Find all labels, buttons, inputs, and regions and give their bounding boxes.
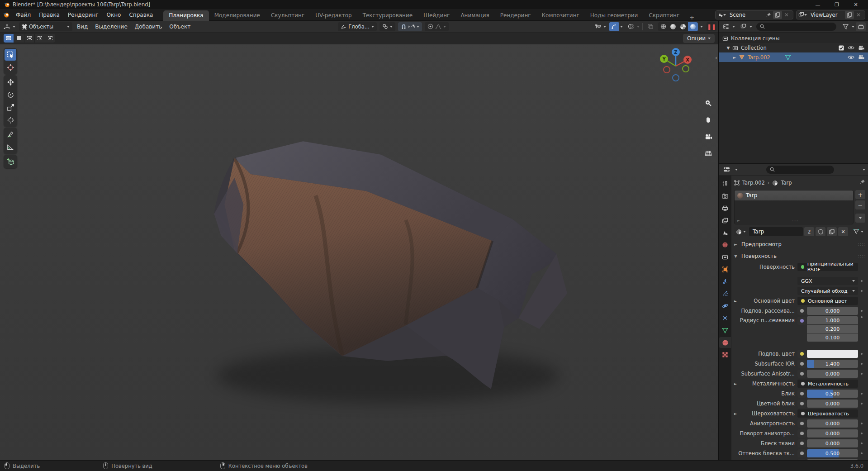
- specular-tint-value[interactable]: 0.000: [807, 400, 858, 408]
- scene-selector[interactable]: Scene ✕: [715, 10, 793, 19]
- tab-tool[interactable]: [719, 178, 731, 189]
- select-menu[interactable]: Выделение: [91, 21, 131, 33]
- select-invert-mode[interactable]: [35, 34, 45, 43]
- surface-shader-button[interactable]: Принципиальный BSDF: [797, 263, 858, 271]
- tab-constraints[interactable]: [719, 313, 731, 324]
- zoom-icon[interactable]: [703, 98, 714, 109]
- tool-annotate[interactable]: [5, 128, 16, 140]
- gizmos-toggle-icon[interactable]: [609, 22, 619, 31]
- tab-modeling[interactable]: Моделирование: [209, 10, 266, 21]
- tool-move[interactable]: [5, 76, 16, 88]
- tab-uv-editing[interactable]: UV-редактор: [310, 10, 357, 21]
- collection-row[interactable]: ▼ Collection: [719, 43, 868, 52]
- slot-expand-icon[interactable]: ►: [737, 219, 740, 223]
- blender-menu-icon[interactable]: [0, 11, 12, 18]
- socket-button[interactable]: [797, 419, 806, 428]
- tab-render[interactable]: [719, 190, 731, 201]
- shading-solid-icon[interactable]: [668, 22, 678, 31]
- mode-selector[interactable]: Объекты: [19, 22, 72, 31]
- panel-surface[interactable]: ▼ Поверхность ::::: [734, 251, 865, 262]
- axis-z[interactable]: Z: [672, 48, 680, 56]
- menu-file[interactable]: Файл: [12, 9, 35, 21]
- show-object-types-icon[interactable]: [593, 22, 602, 31]
- fake-user-shield-icon[interactable]: [816, 227, 825, 236]
- unlink-scene-button[interactable]: ✕: [782, 11, 791, 19]
- sheen-tint-slider[interactable]: 0.500: [807, 449, 858, 457]
- tab-particles[interactable]: [719, 288, 731, 299]
- pin-id-icon[interactable]: [859, 179, 865, 186]
- tool-rotate[interactable]: [5, 89, 16, 100]
- tool-select-box[interactable]: [5, 49, 16, 61]
- sheen-value[interactable]: 0.000: [807, 439, 858, 447]
- maximize-button[interactable]: ❐: [827, 0, 846, 9]
- tab-geometry-nodes[interactable]: Ноды геометрии: [585, 10, 644, 21]
- tab-view-layer[interactable]: [719, 215, 731, 226]
- clearcoat-value[interactable]: 0.000: [807, 459, 858, 460]
- material-slot-active[interactable]: Tarp: [735, 190, 853, 200]
- view-menu[interactable]: Вид: [73, 21, 91, 33]
- tab-shading[interactable]: Шейдинг: [418, 10, 455, 21]
- tab-rendering[interactable]: Рендеринг: [495, 10, 536, 21]
- close-button[interactable]: ✕: [846, 0, 865, 9]
- checkbox-icon[interactable]: [839, 45, 844, 51]
- users-count-button[interactable]: 2: [804, 227, 814, 236]
- object-menu[interactable]: Объект: [166, 21, 194, 33]
- outliner-filter-image-icon[interactable]: [738, 22, 748, 31]
- properties-search-input[interactable]: [766, 166, 834, 174]
- tab-layout[interactable]: Планировка: [163, 10, 209, 21]
- proportional-editing[interactable]: [425, 22, 449, 31]
- scene-collection-row[interactable]: Коллекция сцены: [719, 33, 868, 43]
- socket-button[interactable]: [797, 307, 806, 315]
- tab-texture-paint[interactable]: Текстурирование: [357, 10, 418, 21]
- anisotropic-value[interactable]: 0.000: [807, 419, 858, 428]
- tab-animation[interactable]: Анимация: [455, 10, 494, 21]
- socket-button[interactable]: [797, 360, 806, 368]
- add-slot-button[interactable]: +: [855, 190, 865, 199]
- socket-button[interactable]: [797, 459, 806, 460]
- metallic-node-button[interactable]: Металличность: [797, 380, 858, 388]
- outliner-filter-icon[interactable]: [840, 22, 850, 31]
- breadcrumb-object[interactable]: Tarp.002: [742, 180, 765, 186]
- tab-modifiers[interactable]: [719, 276, 731, 287]
- socket-button[interactable]: [797, 439, 806, 447]
- camera-view-icon[interactable]: [703, 131, 714, 142]
- disable-render-camera-icon[interactable]: [858, 55, 864, 60]
- viewport-3d[interactable]: Z Y X ‹: [0, 44, 718, 460]
- pin-scene-icon[interactable]: [764, 11, 773, 19]
- material-slot-list[interactable]: Tarp ► ::::: [734, 190, 854, 224]
- viewlayer-selector[interactable]: ViewLayer ✕: [796, 10, 865, 19]
- select-extend-mode[interactable]: [14, 34, 24, 43]
- perspective-toggle-icon[interactable]: [703, 148, 714, 159]
- pan-hand-icon[interactable]: [703, 114, 714, 125]
- menu-render[interactable]: Рендеринг: [64, 9, 103, 21]
- properties-editor-type-icon[interactable]: [721, 165, 731, 174]
- tool-scale[interactable]: [5, 101, 16, 113]
- navigation-gizmo[interactable]: Z Y X: [657, 47, 695, 85]
- menu-help[interactable]: Справка: [125, 9, 157, 21]
- transform-orientation[interactable]: Глоба...: [338, 22, 377, 31]
- tarp-object[interactable]: [0, 44, 718, 460]
- outliner-search-input[interactable]: [756, 23, 836, 31]
- distribution-dropdown[interactable]: GGX: [797, 277, 858, 285]
- anisotropic-rotation-value[interactable]: 0.000: [807, 429, 858, 438]
- expand-icon[interactable]: ▼: [726, 46, 730, 50]
- shading-material-icon[interactable]: [678, 22, 688, 31]
- radius-y-value[interactable]: 0.200: [807, 325, 858, 333]
- tab-output[interactable]: [719, 203, 731, 214]
- add-menu[interactable]: Добавить: [131, 21, 166, 33]
- axis-y[interactable]: Y: [660, 55, 668, 63]
- radius-x-value[interactable]: 1.000: [807, 316, 858, 324]
- tab-compositing[interactable]: Композитинг: [536, 10, 585, 21]
- snapping-toggle[interactable]: [398, 22, 422, 31]
- tab-object[interactable]: [719, 264, 731, 275]
- roughness-node-button[interactable]: Шероховатость: [797, 409, 858, 418]
- remove-slot-button[interactable]: −: [855, 200, 865, 209]
- browse-material-dropdown[interactable]: [734, 227, 748, 236]
- axis-x-neg[interactable]: [663, 66, 670, 73]
- socket-button[interactable]: [797, 400, 806, 408]
- unlink-material-button[interactable]: ✕: [838, 227, 848, 236]
- tab-physics[interactable]: [719, 300, 731, 311]
- shading-wireframe-icon[interactable]: [658, 22, 668, 31]
- shading-rendered-icon[interactable]: [688, 22, 698, 31]
- tab-object-data[interactable]: [719, 325, 731, 336]
